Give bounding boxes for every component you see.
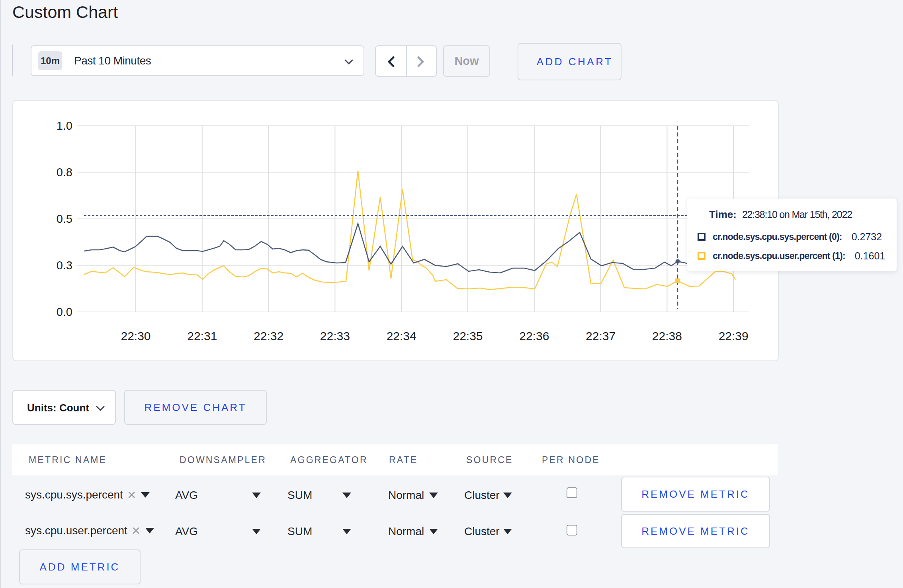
svg-text:22:34: 22:34 bbox=[387, 329, 416, 343]
svg-text:1.0: 1.0 bbox=[57, 119, 72, 132]
svg-text:22:38: 22:38 bbox=[652, 329, 682, 343]
svg-text:0.3: 0.3 bbox=[57, 259, 72, 272]
svg-text:0.8: 0.8 bbox=[57, 166, 72, 179]
svg-text:22:33: 22:33 bbox=[320, 329, 350, 343]
svg-text:22:32: 22:32 bbox=[254, 329, 283, 343]
svg-text:22:36: 22:36 bbox=[519, 329, 549, 343]
svg-text:22:39: 22:39 bbox=[719, 329, 749, 343]
svg-text:22:31: 22:31 bbox=[187, 329, 217, 343]
svg-text:22:35: 22:35 bbox=[453, 329, 483, 343]
svg-text:22:30: 22:30 bbox=[121, 329, 150, 343]
svg-text:22:37: 22:37 bbox=[586, 329, 616, 343]
svg-text:0.0: 0.0 bbox=[57, 306, 72, 318]
svg-text:0.5: 0.5 bbox=[57, 212, 72, 225]
